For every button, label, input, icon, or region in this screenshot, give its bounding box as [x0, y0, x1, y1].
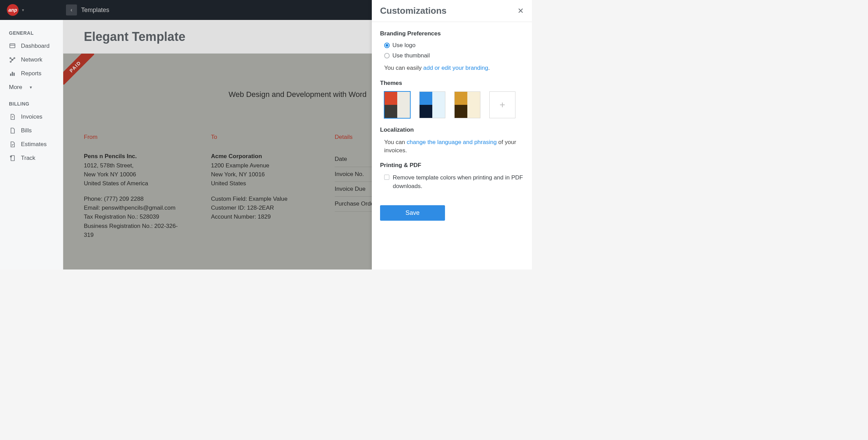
sidebar-item-dashboard[interactable]: Dashboard [0, 39, 63, 53]
from-taxreg: Tax Registration No.: 528039 [84, 212, 180, 221]
app-logo[interactable]: anp [7, 4, 19, 16]
from-addr: United States of America [84, 179, 180, 188]
change-language-link[interactable]: change the language and phrasing [407, 139, 497, 145]
edit-branding-link[interactable]: add or edit your branding [423, 65, 488, 71]
theme-swatch[interactable] [384, 91, 410, 118]
sidebar-item-reports[interactable]: Reports [0, 67, 63, 80]
customizations-panel: Customizations ✕ Branding Preferences Us… [372, 0, 532, 270]
to-addr: 1200 Example Avenue [211, 161, 304, 170]
to-acct: Account Number: 1829 [211, 212, 304, 221]
chevron-down-icon: ▼ [27, 84, 34, 91]
from-heading: From [84, 133, 180, 142]
to-column: To Acme Corporation 1200 Example Avenue … [211, 133, 304, 240]
bills-icon [9, 127, 16, 134]
checkbox-icon [384, 175, 389, 180]
paid-ribbon-label: PAID [63, 54, 94, 85]
theme-swatch[interactable] [454, 91, 480, 118]
radio-icon [384, 43, 390, 48]
from-bizreg: Business Registration No.: 202-326-319 [84, 222, 180, 240]
sidebar-item-label: Bills [21, 127, 32, 134]
add-theme-button[interactable]: + [489, 91, 515, 118]
radio-label: Use logo [392, 42, 415, 49]
sidebar-item-label: Estimates [21, 141, 47, 148]
branding-help-text: You can easily add or edit your branding… [384, 64, 524, 72]
to-custid: Customer ID: 128-2EAR [211, 204, 304, 212]
radio-use-logo[interactable]: Use logo [384, 42, 524, 49]
svg-rect-9 [10, 74, 11, 76]
back-button[interactable]: ‹ [66, 4, 77, 15]
theme-swatch[interactable] [419, 91, 445, 118]
sidebar-section-general: GENERAL [0, 27, 63, 39]
logo-chevron-icon[interactable]: ▼ [21, 8, 25, 12]
sidebar-item-label: Network [21, 56, 42, 63]
to-name: Acme Corporation [211, 152, 304, 161]
dashboard-icon [9, 43, 16, 50]
invoices-icon [9, 113, 16, 120]
localization-help-text: You can change the language and phrasing… [384, 138, 524, 155]
network-icon [9, 56, 16, 63]
paid-ribbon: PAID [63, 54, 94, 85]
estimates-icon [9, 141, 16, 148]
panel-title: Customizations [380, 6, 447, 16]
from-email: Email: penswithpencils@gmail.com [84, 204, 180, 212]
radio-label: Use thumbnail [392, 52, 430, 59]
from-phone: Phone: (777) 209 2288 [84, 195, 180, 204]
save-button[interactable]: Save [380, 205, 445, 221]
from-addr: New York NY 10006 [84, 170, 180, 179]
close-icon[interactable]: ✕ [518, 7, 524, 15]
sidebar-item-track[interactable]: Track [0, 151, 63, 165]
from-name: Pens n Pencils Inc. [84, 152, 180, 161]
sidebar-section-billing: BILLING [0, 98, 63, 110]
from-addr: 1012, 578th Street, [84, 161, 180, 170]
svg-rect-10 [12, 72, 13, 76]
to-custom: Custom Field: Example Value [211, 195, 304, 204]
from-column: From Pens n Pencils Inc. 1012, 578th Str… [84, 133, 180, 240]
document-title: Web Design and Development with Word [229, 90, 367, 99]
svg-rect-0 [10, 44, 15, 48]
sidebar-item-network[interactable]: Network [0, 53, 63, 67]
sidebar-item-estimates[interactable]: Estimates [0, 138, 63, 151]
sidebar-item-invoices[interactable]: Invoices [0, 110, 63, 124]
track-icon [9, 155, 16, 162]
sidebar-item-more[interactable]: More ▼ [0, 80, 63, 94]
page-title: Elegant Template [84, 30, 185, 44]
panel-header: Customizations ✕ [372, 0, 532, 22]
branding-section-title: Branding Preferences [380, 30, 524, 37]
sidebar-item-label: Invoices [21, 113, 42, 120]
radio-use-thumbnail[interactable]: Use thumbnail [384, 52, 524, 59]
sidebar-item-bills[interactable]: Bills [0, 124, 63, 138]
radio-icon [384, 53, 390, 58]
sidebar-item-label: Dashboard [21, 43, 49, 50]
printing-section-title: Printing & PDF [380, 162, 524, 169]
sidebar-item-label: Track [21, 155, 35, 162]
reports-icon [9, 70, 16, 77]
to-addr: United States [211, 179, 304, 188]
sidebar-item-label: More [9, 84, 22, 91]
sidebar-item-label: Reports [21, 70, 42, 77]
svg-rect-11 [13, 73, 14, 76]
remove-colors-checkbox-row[interactable]: Remove template colors when printing and… [384, 174, 524, 190]
to-addr: New York, NY 10016 [211, 170, 304, 179]
sidebar: GENERAL Dashboard Network Reports More ▼… [0, 20, 63, 270]
localization-section-title: Localization [380, 126, 524, 133]
themes-row: + [384, 91, 524, 118]
topbar-title: Templates [81, 7, 109, 14]
panel-body: Branding Preferences Use logo Use thumbn… [372, 22, 532, 270]
checkbox-label: Remove template colors when printing and… [393, 174, 524, 190]
themes-section-title: Themes [380, 80, 524, 87]
to-heading: To [211, 133, 304, 142]
